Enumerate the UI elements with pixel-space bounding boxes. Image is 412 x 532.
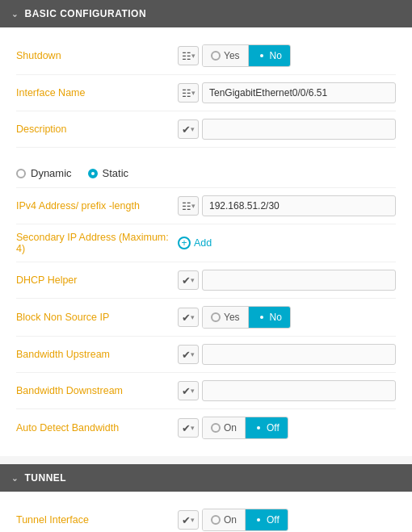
auto-detect-label: Auto Detect Bandwidth	[16, 422, 178, 434]
bandwidth-upstream-input[interactable]	[202, 344, 396, 365]
dynamic-radio	[16, 169, 26, 178]
tunnel-toggle-group: On Off	[202, 509, 288, 531]
description-row: Description ✔ ▾	[16, 111, 396, 148]
auto-detect-control: ✔ ▾ On Off	[178, 417, 396, 439]
tunnel-dropdown-arrow: ▾	[191, 516, 195, 524]
auto-detect-icon-btn[interactable]: ✔ ▾	[178, 418, 199, 438]
dynamic-label: Dynamic	[31, 167, 72, 179]
shutdown-label: Shutdown	[16, 50, 178, 61]
block-no-option[interactable]: No	[249, 307, 290, 328]
interface-name-label: Interface Name	[16, 87, 178, 98]
tunnel-header[interactable]: ⌄ TUNNEL	[0, 464, 412, 492]
bw-up-dropdown-arrow: ▾	[191, 350, 195, 358]
bandwidth-downstream-control: ✔ ▾	[178, 380, 396, 401]
grid-icon: ☷	[182, 50, 191, 62]
dhcp-helper-row: DHCP Helper ✔ ▾	[16, 262, 396, 299]
auto-detect-off-label: Off	[267, 422, 280, 434]
add-circle-icon: +	[178, 237, 191, 249]
basic-config-title: BASIC CONFIGURATION	[25, 8, 147, 19]
spacer-1	[16, 148, 396, 156]
block-non-source-label: Block Non Source IP	[16, 312, 178, 323]
shutdown-yes-option[interactable]: Yes	[203, 45, 249, 66]
block-toggle-group: Yes No	[202, 306, 291, 329]
secondary-ip-row: Secondary IP Address (Maximum: 4) + Add	[16, 224, 396, 262]
description-control: ✔ ▾	[178, 119, 396, 140]
interface-name-row: Interface Name ☷ ▾	[16, 75, 396, 111]
check-icon-2: ✔	[182, 274, 191, 287]
shutdown-row: Shutdown ☷ ▾ Yes No	[16, 37, 396, 75]
basic-config-body: Shutdown ☷ ▾ Yes No	[0, 27, 412, 456]
interface-dropdown-arrow: ▾	[191, 89, 195, 97]
tunnel-on-radio	[211, 515, 221, 525]
check-icon-3: ✔	[182, 312, 191, 324]
description-dropdown-arrow: ▾	[191, 125, 195, 133]
ip-mode-row: Dynamic Static	[16, 156, 396, 188]
ipv4-label: IPv4 Address/ prefix -length	[16, 200, 178, 212]
tunnel-off-label: Off	[267, 514, 280, 526]
auto-detect-off-radio	[254, 423, 263, 433]
block-yes-label: Yes	[224, 312, 240, 323]
block-no-label: No	[270, 312, 282, 323]
block-icon-btn[interactable]: ✔ ▾	[178, 308, 199, 327]
bw-up-icon-btn[interactable]: ✔ ▾	[178, 345, 199, 364]
tunnel-on-option[interactable]: On	[203, 509, 246, 530]
ipv4-input[interactable]	[202, 195, 396, 216]
dhcp-helper-control: ✔ ▾	[178, 270, 396, 291]
dhcp-dropdown-arrow: ▾	[191, 276, 195, 284]
tunnel-title: TUNNEL	[25, 472, 67, 484]
auto-detect-row: Auto Detect Bandwidth ✔ ▾ On Off	[16, 409, 396, 446]
bandwidth-upstream-row: Bandwidth Upstream ✔ ▾	[16, 337, 396, 373]
bandwidth-downstream-row: Bandwidth Downstream ✔ ▾	[16, 373, 396, 409]
bandwidth-downstream-input[interactable]	[202, 380, 396, 401]
static-label: Static	[103, 167, 129, 179]
grid-icon-3: ☷	[182, 200, 191, 212]
tunnel-interface-label: Tunnel Interface	[16, 514, 178, 526]
description-label: Description	[16, 124, 178, 135]
tunnel-interface-row: Tunnel Interface ✔ ▾ On Off	[16, 501, 396, 532]
block-yes-option[interactable]: Yes	[203, 307, 249, 328]
static-option[interactable]: Static	[88, 167, 129, 179]
check-icon-6: ✔	[182, 422, 191, 434]
dynamic-option[interactable]: Dynamic	[16, 167, 72, 179]
shutdown-no-option[interactable]: No	[249, 45, 290, 66]
dhcp-icon-btn[interactable]: ✔ ▾	[178, 270, 199, 290]
tunnel-off-option[interactable]: Off	[246, 509, 288, 530]
ipv4-row: IPv4 Address/ prefix -length ☷ ▾	[16, 188, 396, 224]
auto-detect-dropdown-arrow: ▾	[191, 424, 195, 432]
check-icon: ✔	[182, 124, 191, 136]
block-dropdown-arrow: ▾	[191, 313, 195, 321]
block-yes-radio	[211, 312, 221, 322]
interface-name-input[interactable]	[202, 82, 396, 103]
check-icon-4: ✔	[182, 349, 191, 361]
shutdown-icon-btn[interactable]: ☷ ▾	[178, 46, 199, 65]
interface-name-control: ☷ ▾	[178, 82, 396, 103]
shutdown-dropdown-arrow: ▾	[191, 52, 195, 60]
tunnel-icon-btn[interactable]: ✔ ▾	[178, 510, 199, 530]
basic-config-header[interactable]: ⌄ BASIC CONFIGURATION	[0, 0, 412, 27]
shutdown-no-label: No	[270, 50, 282, 61]
tunnel-on-label: On	[224, 514, 237, 526]
interface-icon-btn[interactable]: ☷ ▾	[178, 83, 199, 103]
dhcp-helper-label: DHCP Helper	[16, 274, 178, 286]
basic-config-section: ⌄ BASIC CONFIGURATION Shutdown ☷ ▾ Yes	[0, 0, 412, 456]
description-input[interactable]	[202, 119, 396, 140]
check-icon-5: ✔	[182, 385, 191, 397]
shutdown-yes-radio	[211, 51, 221, 61]
auto-detect-on-label: On	[224, 422, 237, 434]
shutdown-toggle-group: Yes No	[202, 44, 291, 67]
bandwidth-downstream-label: Bandwidth Downstream	[16, 385, 178, 396]
tunnel-interface-control: ✔ ▾ On Off	[178, 509, 396, 531]
add-label: Add	[194, 237, 212, 249]
bw-down-icon-btn[interactable]: ✔ ▾	[178, 381, 199, 400]
block-no-radio	[257, 312, 267, 322]
shutdown-no-radio	[257, 51, 267, 61]
secondary-ip-label: Secondary IP Address (Maximum: 4)	[16, 232, 178, 254]
dhcp-helper-input[interactable]	[202, 270, 396, 291]
add-secondary-ip-btn[interactable]: + Add	[178, 237, 212, 249]
description-icon-btn[interactable]: ✔ ▾	[178, 119, 199, 139]
ipv4-icon-btn[interactable]: ☷ ▾	[178, 196, 199, 216]
bandwidth-upstream-control: ✔ ▾	[178, 344, 396, 365]
auto-detect-off-option[interactable]: Off	[246, 417, 288, 438]
chevron-icon: ⌄	[11, 10, 19, 19]
auto-detect-on-option[interactable]: On	[203, 417, 246, 438]
